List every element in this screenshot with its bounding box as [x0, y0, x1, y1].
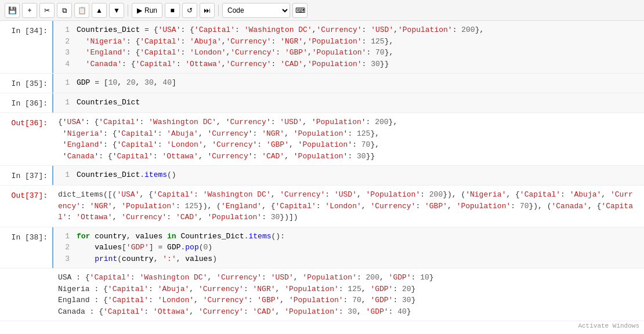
code-line: 1Countries_Dict = {'USA': {'Capital': 'W… — [58, 24, 639, 36]
save-button[interactable]: 💾 — [5, 3, 20, 18]
cell-label-38: In [38]: — [0, 227, 52, 246]
cell-label-36: In [36]: — [0, 93, 52, 112]
cell-35: In [35]: 1GDP = [10, 20, 30, 40] — [0, 74, 644, 93]
cell-out38: USA : {'Capital': 'Washington DC', 'Curr… — [0, 268, 644, 321]
cell-input-36[interactable]: 1Countries_Dict — [52, 93, 644, 112]
run-icon: ▶ — [137, 6, 142, 14]
copy-button[interactable]: ⧉ — [57, 3, 72, 18]
code-line: 3 print(country, ':', values) — [58, 253, 639, 265]
output-line: 'Canada': {'Capital': 'Ottawa', 'Currenc… — [58, 151, 639, 162]
output-line: USA : {'Capital': 'Washington DC', 'Curr… — [58, 272, 639, 284]
cell-type-select[interactable]: Code Markdown Raw NBConvert — [222, 3, 290, 18]
output-line: 'England': {'Capital': 'London', 'Curren… — [58, 139, 639, 151]
notebook-body: In [34]: 1Countries_Dict = {'USA': {'Cap… — [0, 21, 644, 334]
cell-output-36: {'USA': {'Capital': 'Washington DC', 'Cu… — [52, 113, 644, 165]
notebook-toolbar: 💾 + ✂ ⧉ 📋 ▲ ▼ ▶ Run ■ ↺ ⏭ Code Markdown … — [0, 0, 644, 21]
cell-out36: Out[36]: {'USA': {'Capital': 'Washington… — [0, 113, 644, 166]
code-line: 1for country, values in Countries_Dict.i… — [58, 231, 639, 242]
cell-label-out38 — [0, 268, 52, 279]
move-up-button[interactable]: ▲ — [92, 3, 107, 18]
cell-output-38: USA : {'Capital': 'Washington DC', 'Curr… — [52, 268, 644, 321]
cell-input-38[interactable]: 1for country, values in Countries_Dict.i… — [52, 227, 644, 268]
divider-2 — [218, 5, 219, 16]
keyboard-button[interactable]: ⌨ — [292, 3, 307, 18]
run-button[interactable]: ▶ Run — [132, 3, 162, 18]
move-down-button[interactable]: ▼ — [109, 3, 124, 18]
cell-input-37[interactable]: 1Countries_Dict.items() — [52, 166, 644, 185]
output-line: England : {'Capital': 'London', 'Currenc… — [58, 295, 639, 306]
cell-label-35: In [35]: — [0, 74, 52, 93]
cell-label-37: In [37]: — [0, 166, 52, 185]
output-line: {'USA': {'Capital': 'Washington DC', 'Cu… — [58, 117, 639, 128]
output-line: 'Nigeria': {'Capital': 'Abuja', 'Currenc… — [58, 128, 639, 140]
cell-input-35[interactable]: 1GDP = [10, 20, 30, 40] — [52, 74, 644, 93]
output-text-38: USA : {'Capital': 'Washington DC', 'Curr… — [58, 272, 639, 317]
paste-button[interactable]: 📋 — [74, 3, 89, 18]
code-line: 2 values['GDP'] = GDP.pop(0) — [58, 242, 639, 253]
restart-run-button[interactable]: ⏭ — [200, 3, 215, 18]
cut-button[interactable]: ✂ — [39, 3, 55, 18]
cell-34: In [34]: 1Countries_Dict = {'USA': {'Cap… — [0, 21, 644, 74]
output-line: Nigeria : {'Capital': 'Abuja', 'Currency… — [58, 284, 639, 295]
cell-output-37: dict_items([('USA', {'Capital': 'Washing… — [52, 186, 644, 227]
add-cell-button[interactable]: + — [22, 3, 37, 18]
output-text-36: {'USA': {'Capital': 'Washington DC', 'Cu… — [58, 117, 639, 162]
cell-label-out37: Out[37]: — [0, 186, 52, 205]
code-line: 1Countries_Dict — [58, 97, 639, 108]
output-line: Canada : {'Capital': 'Ottawa', 'Currency… — [58, 306, 639, 318]
cell-input-34[interactable]: 1Countries_Dict = {'USA': {'Capital': 'W… — [52, 21, 644, 73]
cell-37: In [37]: 1Countries_Dict.items() — [0, 166, 644, 186]
code-line: 1Countries_Dict.items() — [58, 169, 639, 181]
code-line: 3 'England': {'Capital': 'London','Curre… — [58, 47, 639, 59]
cell-label-out36: Out[36]: — [0, 113, 52, 132]
output-text-37: dict_items([('USA', {'Capital': 'Washing… — [58, 189, 639, 223]
cell-38: In [38]: 1for country, values in Countri… — [0, 227, 644, 269]
cell-out37: Out[37]: dict_items([('USA', {'Capital':… — [0, 186, 644, 227]
activate-windows-watermark: Activate Windows — [578, 322, 639, 329]
cell-36: In [36]: 1Countries_Dict — [0, 93, 644, 113]
code-line: 1GDP = [10, 20, 30, 40] — [58, 77, 639, 89]
cell-label-34: In [34]: — [0, 21, 52, 40]
run-label: Run — [144, 6, 157, 14]
code-line: 2 'Nigeria': {'Capital': 'Abuja','Curren… — [58, 36, 639, 48]
divider-1 — [128, 5, 128, 16]
stop-button[interactable]: ■ — [165, 3, 180, 18]
code-line: 4 'Canada': {'Capital': 'Ottawa','Curren… — [58, 59, 639, 70]
restart-button[interactable]: ↺ — [182, 3, 197, 18]
